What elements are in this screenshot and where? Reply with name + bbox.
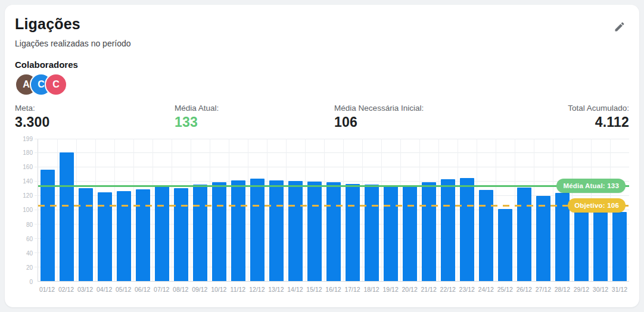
y-tick-label: 160	[23, 164, 33, 170]
stat-label: Meta:	[15, 104, 175, 113]
y-tick-label: 0	[29, 279, 33, 285]
stat-label: Média Necessária Inicial:	[334, 104, 537, 113]
x-tick-label: 04/12	[97, 286, 112, 293]
bar-02/12[interactable]	[60, 152, 74, 281]
x-tick-label: 15/12	[306, 286, 322, 293]
bar-09/12[interactable]	[193, 185, 208, 281]
bar-22/12[interactable]	[441, 179, 456, 281]
gridline-vertical	[57, 139, 58, 281]
bar-24/12[interactable]	[479, 190, 494, 281]
bar-26/12[interactable]	[517, 188, 532, 281]
bar-29/12[interactable]	[574, 209, 589, 281]
x-tick-label: 09/12	[192, 286, 207, 293]
bar-11/12[interactable]	[231, 180, 246, 281]
y-tick-label: 120	[23, 192, 33, 199]
stat-meta: Meta: 3.300	[15, 104, 175, 130]
stat-label: Média Atual:	[175, 104, 334, 113]
bar-17/12[interactable]	[346, 184, 360, 281]
x-tick-label: 25/12	[497, 286, 513, 293]
gridline-vertical	[133, 139, 134, 281]
bar-03/12[interactable]	[79, 188, 94, 281]
x-tick-label: 24/12	[478, 286, 494, 293]
gridline-vertical	[438, 139, 439, 281]
bar-10/12[interactable]	[212, 182, 227, 281]
gridline-vertical	[324, 139, 325, 281]
reference-line-dashed	[38, 205, 629, 207]
bar-08/12[interactable]	[174, 188, 189, 281]
x-tick-label: 03/12	[77, 286, 93, 293]
gridline-vertical	[267, 139, 267, 281]
plot-area: Média Atual: 133Objetivo: 106	[38, 139, 629, 282]
bar-30/12[interactable]	[593, 207, 608, 281]
gridline-vertical	[153, 139, 153, 281]
gridline-vertical	[76, 139, 77, 281]
stat-media-atual: Média Atual: 133	[175, 104, 334, 130]
stat-media-necessaria: Média Necessária Inicial: 106	[334, 104, 537, 130]
y-tick-label: 20	[26, 264, 33, 270]
x-tick-label: 31/12	[612, 286, 627, 293]
bar-15/12[interactable]	[307, 182, 322, 281]
x-tick-label: 16/12	[325, 286, 341, 293]
x-tick-label: 17/12	[344, 286, 360, 293]
gridline-vertical	[114, 139, 115, 281]
gridline-vertical	[553, 139, 553, 281]
stat-value: 106	[334, 114, 537, 130]
y-tick-label: 40	[26, 249, 33, 256]
gridline-horizontal	[35, 181, 629, 182]
y-tick-label: 100	[23, 207, 33, 213]
bar-27/12[interactable]	[536, 196, 551, 281]
x-tick-label: 30/12	[593, 286, 608, 293]
y-axis: 199180160140120100806040200	[15, 139, 38, 282]
ligacoes-card: Ligações Ligações realizadas no período …	[5, 5, 639, 307]
y-tick-label: 140	[23, 178, 33, 185]
y-tick-label: 199	[23, 136, 33, 142]
bar-31/12[interactable]	[612, 212, 627, 281]
bar-20/12[interactable]	[403, 185, 418, 281]
bar-18/12[interactable]	[365, 185, 379, 281]
bar-06/12[interactable]	[136, 189, 151, 281]
stat-total-acumulado: Total Acumulado: 4.112	[537, 104, 629, 130]
x-tick-label: 28/12	[555, 286, 570, 293]
plot-row: 199180160140120100806040200 Média Atual:…	[15, 139, 629, 282]
gridline-vertical	[172, 139, 172, 281]
gridline-vertical	[381, 139, 382, 281]
bar-12/12[interactable]	[250, 179, 265, 281]
bar-07/12[interactable]	[155, 186, 170, 281]
bar-21/12[interactable]	[422, 182, 437, 281]
x-tick-label: 23/12	[459, 286, 475, 293]
gridline-vertical	[95, 139, 96, 281]
bar-23/12[interactable]	[460, 178, 475, 281]
x-tick-label: 26/12	[517, 286, 532, 293]
x-tick-label: 20/12	[402, 286, 417, 293]
x-tick-label: 07/12	[154, 286, 169, 293]
x-tick-label: 12/12	[249, 286, 265, 293]
gridline-horizontal	[35, 152, 629, 153]
bar-16/12[interactable]	[326, 182, 341, 281]
bar-19/12[interactable]	[384, 186, 399, 281]
edit-button[interactable]	[611, 19, 628, 36]
bar-25/12[interactable]	[498, 209, 513, 281]
bar-13/12[interactable]	[269, 180, 284, 281]
stat-label: Total Acumulado:	[537, 104, 629, 113]
reference-pill: Média Atual: 133	[556, 179, 626, 193]
page-title: Ligações	[15, 15, 629, 33]
gridline-horizontal	[35, 139, 629, 139]
gridline-vertical	[496, 139, 496, 281]
gridline-vertical	[191, 139, 191, 281]
bar-14/12[interactable]	[288, 181, 303, 281]
x-tick-label: 29/12	[574, 286, 589, 293]
gridline-vertical	[210, 139, 210, 281]
avatar[interactable]: C	[45, 73, 67, 96]
x-tick-label: 05/12	[116, 286, 131, 293]
collaborators-label: Colaboradores	[15, 60, 629, 70]
x-tick-label: 02/12	[58, 286, 74, 293]
gridline-vertical	[400, 139, 401, 281]
stat-value: 133	[175, 114, 334, 130]
gridline-horizontal	[35, 167, 629, 167]
gridline-vertical	[458, 139, 458, 281]
x-axis: 01/1202/1203/1204/1205/1206/1207/1208/12…	[38, 282, 629, 295]
x-tick-label: 14/12	[287, 286, 303, 293]
gridline-vertical	[305, 139, 306, 281]
gridline-vertical	[248, 139, 248, 281]
y-tick-label: 60	[26, 235, 33, 242]
